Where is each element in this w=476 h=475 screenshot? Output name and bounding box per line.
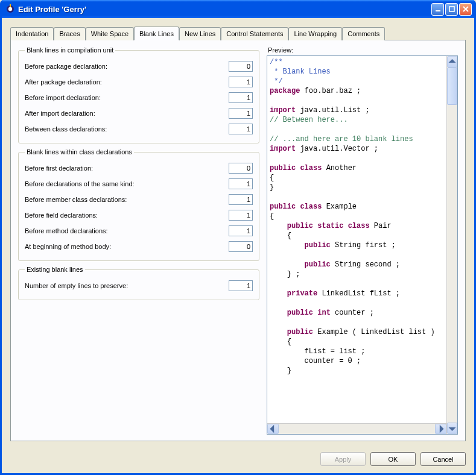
tab-indentation[interactable]: Indentation bbox=[10, 27, 54, 40]
window-frame: Edit Profile 'Gerry' IndentationBracesWh… bbox=[0, 0, 476, 475]
setting-row: Before import declaration: bbox=[25, 90, 253, 105]
window-title: Edit Profile 'Gerry' bbox=[18, 5, 431, 14]
group-legend: Existing blank lines bbox=[25, 266, 85, 273]
tab-braces[interactable]: Braces bbox=[54, 27, 85, 40]
preview-code: /** * Blank Lines */ package foo.bar.baz… bbox=[267, 56, 446, 423]
preview-label: Preview: bbox=[267, 46, 458, 55]
setting-label: Before member class declarations: bbox=[25, 196, 127, 203]
setting-row: After package declaration: bbox=[25, 74, 253, 90]
setting-input[interactable] bbox=[229, 108, 253, 119]
vertical-scrollbar[interactable] bbox=[446, 56, 457, 434]
cancel-button[interactable]: Cancel bbox=[420, 452, 466, 466]
group-legend: Blank lines within class declarations bbox=[25, 148, 134, 156]
setting-input[interactable] bbox=[229, 124, 253, 134]
setting-label: Before declarations of the same kind: bbox=[25, 180, 135, 187]
setting-input[interactable] bbox=[229, 178, 253, 189]
svg-point-1 bbox=[8, 7, 12, 11]
setting-row: After import declaration: bbox=[25, 105, 253, 121]
preview-column: Preview: /** * Blank Lines */ package fo… bbox=[267, 46, 458, 435]
setting-label: Number of empty lines to preserve: bbox=[25, 282, 128, 289]
setting-row: Before declarations of the same kind: bbox=[25, 176, 253, 192]
svg-rect-2 bbox=[10, 4, 11, 7]
tab-line-wrapping[interactable]: Line Wrapping bbox=[288, 27, 342, 40]
content-area: IndentationBracesWhite SpaceBlank LinesN… bbox=[2, 18, 474, 446]
setting-input[interactable] bbox=[229, 92, 253, 103]
setting-input[interactable] bbox=[229, 61, 253, 72]
minimize-button[interactable] bbox=[431, 3, 444, 16]
setting-label: At beginning of method body: bbox=[25, 243, 111, 250]
setting-row: Before method declarations: bbox=[25, 223, 253, 239]
setting-input[interactable] bbox=[229, 77, 253, 87]
scroll-down-icon[interactable] bbox=[447, 423, 457, 434]
ok-button[interactable]: OK bbox=[370, 452, 416, 466]
setting-label: After package declaration: bbox=[25, 78, 102, 86]
maximize-button[interactable] bbox=[445, 3, 458, 16]
setting-row: Number of empty lines to preserve: bbox=[25, 278, 253, 294]
setting-label: Before import declaration: bbox=[25, 94, 101, 101]
horizontal-scrollbar[interactable] bbox=[267, 423, 446, 434]
scrollbar-thumb[interactable] bbox=[447, 68, 457, 105]
close-button[interactable] bbox=[459, 3, 472, 16]
setting-row: Before field declarations: bbox=[25, 207, 253, 223]
titlebar[interactable]: Edit Profile 'Gerry' bbox=[2, 0, 474, 18]
tab-white-space[interactable]: White Space bbox=[86, 27, 134, 40]
scroll-right-icon[interactable] bbox=[435, 424, 446, 434]
apply-button[interactable]: Apply bbox=[320, 452, 366, 466]
svg-rect-4 bbox=[449, 7, 454, 11]
settings-column: Blank lines in compilation unit Before p… bbox=[18, 46, 259, 435]
setting-input[interactable] bbox=[229, 225, 253, 236]
setting-input[interactable] bbox=[229, 194, 253, 205]
tab-control-statements[interactable]: Control Statements bbox=[221, 27, 288, 40]
setting-row: Before package declaration: bbox=[25, 58, 253, 74]
scroll-left-icon[interactable] bbox=[267, 424, 279, 434]
setting-label: After import declaration: bbox=[25, 110, 95, 117]
setting-row: At beginning of method body: bbox=[25, 239, 253, 254]
group-class-declarations: Blank lines within class declarations Be… bbox=[18, 148, 259, 261]
setting-row: Between class declarations: bbox=[25, 121, 253, 137]
preview-pane: /** * Blank Lines */ package foo.bar.baz… bbox=[267, 55, 458, 435]
setting-row: Before member class declarations: bbox=[25, 192, 253, 207]
group-legend: Blank lines in compilation unit bbox=[25, 46, 115, 54]
group-compilation-unit: Blank lines in compilation unit Before p… bbox=[18, 46, 259, 143]
setting-label: Between class declarations: bbox=[25, 125, 107, 133]
setting-input[interactable] bbox=[229, 241, 253, 252]
setting-row: Before first declaration: bbox=[25, 160, 253, 176]
app-icon bbox=[5, 4, 15, 14]
dialog-button-bar: Apply OK Cancel bbox=[2, 446, 474, 473]
tab-blank-lines[interactable]: Blank Lines bbox=[134, 27, 179, 40]
setting-input[interactable] bbox=[229, 280, 253, 291]
tab-new-lines[interactable]: New Lines bbox=[179, 27, 221, 40]
setting-label: Before field declarations: bbox=[25, 212, 98, 219]
tab-bar: IndentationBracesWhite SpaceBlank LinesN… bbox=[10, 27, 466, 40]
tab-panel-blank-lines: Blank lines in compilation unit Before p… bbox=[10, 40, 466, 441]
group-existing-blank-lines: Existing blank lines Number of empty lin… bbox=[18, 266, 259, 300]
scroll-up-icon[interactable] bbox=[447, 56, 457, 68]
setting-label: Before first declaration: bbox=[25, 165, 93, 172]
setting-input[interactable] bbox=[229, 210, 253, 221]
setting-input[interactable] bbox=[229, 163, 253, 174]
svg-rect-3 bbox=[436, 10, 440, 11]
setting-label: Before package declaration: bbox=[25, 63, 107, 70]
setting-label: Before method declarations: bbox=[25, 227, 108, 234]
tab-comments[interactable]: Comments bbox=[342, 27, 385, 40]
